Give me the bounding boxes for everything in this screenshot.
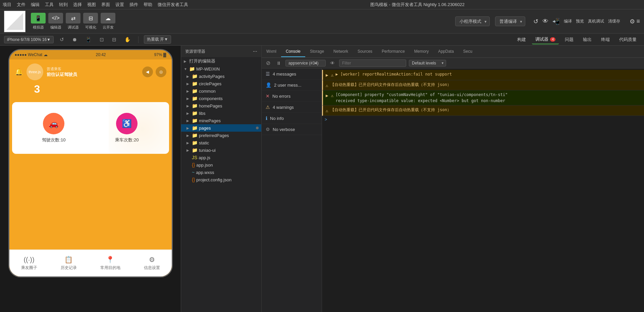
layers-icon-btn[interactable]: ≡ — [636, 18, 640, 25]
nav-item-circle[interactable]: ((·)) 乘友圈子 — [21, 256, 37, 271]
filter-errors[interactable]: ✕ No errors — [262, 91, 322, 102]
folder-components[interactable]: ▶ 📁 components — [181, 95, 261, 102]
menu-item-file[interactable]: 文件 — [17, 2, 25, 8]
hot-reload-select[interactable]: 热重载 开▼ — [144, 35, 171, 44]
toolbar: 📱 模拟器 </> 编辑器 ⇄ 调试器 ⊟ 可视化 ☁ 云开发 小程序模式 普通… — [0, 9, 644, 34]
tab-appdata[interactable]: AppData — [433, 46, 459, 57]
filter-verbose[interactable]: ⚙ No verbose — [262, 124, 322, 135]
level-select[interactable]: Default levels — [409, 60, 446, 66]
menu-bar: 项目 文件 编辑 工具 转到 选择 视图 界面 设置 插件 帮助 微信开发者工具… — [0, 0, 644, 9]
editor-button[interactable]: </> 编辑器 — [48, 13, 63, 30]
folder-preferredpages[interactable]: ▶ 📁 preferredPages — [181, 132, 261, 139]
menu-item-settings[interactable]: 设置 — [115, 2, 124, 8]
folder-tuniao-ui[interactable]: ▶ 📁 tuniao-ui — [181, 146, 261, 154]
folder-activitypages[interactable]: ▶ 📁 activityPages — [181, 73, 261, 80]
console-input[interactable] — [328, 117, 641, 122]
explorer-menu-icon[interactable]: ··· — [253, 48, 257, 54]
tab-output[interactable]: 输出 — [580, 35, 595, 44]
clear-cache-label: 清缓存 — [608, 18, 620, 24]
folder-icon-4: 📁 — [192, 96, 198, 101]
file-explorer: 资源管理器 ··· ▶ 打开的编辑器 ▼ 📁 MP-WEIXIN ▶ 📁 act… — [181, 46, 262, 312]
console-body: ☰ 4 messages 👤 2 user mess... ✕ No error… — [262, 69, 644, 312]
menu-item-tools[interactable]: 工具 — [45, 2, 54, 8]
tab-memory[interactable]: Memory — [410, 46, 433, 57]
nav-item-settings[interactable]: ⚙ 信息设置 — [144, 256, 160, 271]
filter-user-messages[interactable]: 👤 2 user mess... — [262, 80, 322, 91]
open-editors-section[interactable]: ▶ 打开的编辑器 — [181, 57, 261, 65]
real-debug-btn-group: 真机调试 — [588, 18, 604, 24]
menu-item-help[interactable]: 帮助 — [144, 2, 152, 8]
menu-item-edit[interactable]: 编辑 — [31, 2, 40, 8]
preview-eye-button[interactable]: 👁 — [542, 18, 548, 25]
menu-item-view[interactable]: 视图 — [87, 2, 96, 8]
folder-icon-11: 📁 — [192, 147, 198, 153]
filter-info[interactable]: ℹ No info — [262, 113, 322, 124]
mode-select[interactable]: 小程序模式 — [455, 16, 490, 26]
menu-item-select[interactable]: 选择 — [73, 2, 82, 8]
cursor-button[interactable]: ✋ — [122, 36, 133, 43]
menu-item-project[interactable]: 项目 — [3, 2, 11, 8]
edit-label: 编译 — [564, 18, 572, 24]
folder-static[interactable]: ▶ 📁 static — [181, 139, 261, 146]
file-appjs[interactable]: ▶ JS app.js — [181, 154, 261, 161]
folder-libs[interactable]: ▶ 📁 libs — [181, 109, 261, 117]
file-projectconfig[interactable]: ▶ {} project.config.json — [181, 176, 261, 183]
root-folder[interactable]: ▼ 📁 MP-WEIXIN — [181, 65, 261, 73]
tab-terminal[interactable]: 终端 — [598, 35, 613, 44]
tab-performance[interactable]: Performance — [377, 46, 410, 57]
simulator-button[interactable]: 📱 模拟器 — [31, 13, 46, 30]
nav-item-destination[interactable]: 📍 常用目的地 — [100, 256, 120, 271]
folder-common[interactable]: ▶ 📁 common — [181, 87, 261, 95]
console-eye-btn[interactable]: 👁 — [328, 60, 336, 66]
nav-item-history[interactable]: 📋 历史记录 — [61, 256, 77, 271]
refresh-icon: ↺ — [533, 18, 538, 25]
status-right: 97% ▓ — [154, 52, 166, 57]
tab-console[interactable]: Console — [281, 46, 305, 57]
file-appwxss[interactable]: ▶ ~ app.wxss — [181, 169, 261, 176]
menu-item-ui[interactable]: 界面 — [101, 2, 110, 8]
tab-code-quality[interactable]: 代码质量 — [616, 35, 640, 44]
folder-arrow-9: ▶ — [186, 134, 192, 137]
menu-item-plugins[interactable]: 插件 — [129, 2, 138, 8]
tab-storage[interactable]: Storage — [305, 46, 329, 57]
folder-arrow-5: ▶ — [186, 104, 192, 108]
menu-item-wechat[interactable]: 微信开发者工具 — [158, 2, 188, 8]
cloud-button[interactable]: ☁ 云开发 — [101, 13, 115, 30]
driver-link[interactable]: 前往认证驾驶员 — [47, 72, 77, 78]
folder-minepages[interactable]: ▶ 📁 minePages — [181, 117, 261, 124]
console-filter-input[interactable] — [339, 59, 406, 67]
stop-button[interactable]: ⏺ — [70, 36, 79, 43]
tab-build[interactable]: 构建 — [514, 35, 529, 44]
phone-frame-button[interactable]: 📱 — [83, 36, 94, 43]
tab-issues[interactable]: 问题 — [561, 35, 577, 44]
tab-secu[interactable]: Secu — [459, 46, 477, 57]
split-button[interactable]: ⊡ — [98, 36, 106, 43]
tab-sources[interactable]: Sources — [353, 46, 377, 57]
console-clear-btn[interactable]: ⊘ — [264, 59, 272, 67]
tab-wxml[interactable]: Wxml — [262, 46, 281, 57]
reload-button[interactable]: ↺ — [58, 36, 66, 43]
folder-circlepages[interactable]: ▶ 📁 circlePages — [181, 80, 261, 87]
target-icon: ◎ — [156, 66, 166, 77]
filter-all-messages[interactable]: ☰ 4 messages — [262, 69, 322, 80]
real-debug-btn[interactable]: 📲 — [552, 18, 560, 25]
layout-button[interactable]: ⊟ — [110, 36, 118, 43]
folder-pages[interactable]: ▶ 📁 pages — [181, 124, 261, 132]
folder-homepages[interactable]: ▶ 📁 homePages — [181, 102, 261, 109]
file-appjson[interactable]: ▶ {} app.json — [181, 161, 261, 169]
filter-warnings[interactable]: ⚠ 4 warnings — [262, 102, 322, 113]
device-select[interactable]: iPhone 6/7/8 100% 16▼ — [4, 36, 54, 43]
console-output: ▶ ⚠ ▶ [worker] reportRealtimeAction:fail… — [322, 69, 644, 312]
visual-button[interactable]: ⊟ 可视化 — [83, 13, 98, 30]
context-select[interactable]: appservice (#34) — [285, 60, 326, 66]
tab-debugger[interactable]: 调试器 4 — [532, 35, 559, 44]
menu-item-goto[interactable]: 转到 — [59, 2, 68, 8]
debugger-button[interactable]: ⇄ 调试器 — [66, 13, 80, 30]
folder-icon: 📁 — [192, 74, 198, 79]
console-pause-btn[interactable]: ⏸ — [275, 60, 283, 66]
folder-arrow-10: ▶ — [186, 141, 192, 145]
refresh-button[interactable]: ↺ — [533, 18, 538, 25]
settings-icon-btn[interactable]: ⚙ — [630, 18, 635, 25]
tab-network[interactable]: Network — [329, 46, 353, 57]
compile-select[interactable]: 普通编译 — [495, 16, 525, 26]
